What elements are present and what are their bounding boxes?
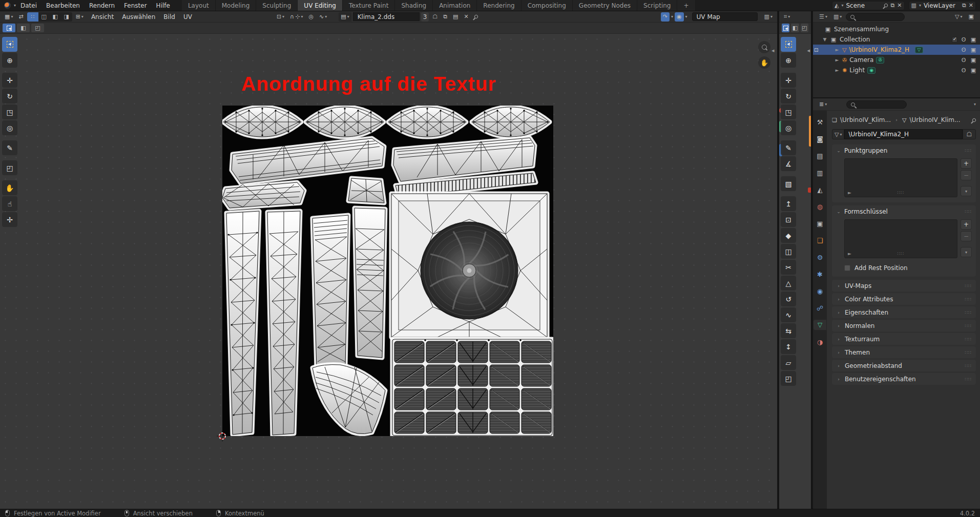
remove-button[interactable]: − (961, 231, 972, 241)
fake-user-toggle[interactable]: ☖ (430, 12, 440, 22)
collapsed-panel[interactable]: › Normalen ∷∷ (832, 320, 976, 332)
tool-button[interactable]: ↺ (781, 292, 796, 306)
eye-icon[interactable]: ʘ (960, 47, 967, 53)
open-image-button[interactable]: ▤ (451, 12, 460, 22)
add-button[interactable]: + (961, 158, 972, 169)
properties-tab[interactable]: ▥ (814, 168, 826, 178)
new-image-button[interactable]: ⧉ (441, 12, 449, 22)
render-toggle-icon[interactable]: ▣ (970, 47, 977, 53)
properties-search[interactable] (846, 100, 907, 109)
properties-tab[interactable]: ✱ (814, 269, 826, 279)
render-toggle-icon[interactable]: ▣ (970, 57, 977, 64)
tool-button[interactable]: ⊕ (2, 53, 17, 68)
tool-button[interactable]: ▧ (781, 176, 796, 191)
properties-tab[interactable]: ▽ (814, 320, 826, 330)
uv-select-island-button[interactable]: ◨ (61, 12, 72, 22)
tool-button[interactable]: ✎ (2, 140, 17, 155)
select-mode-subtract-button[interactable]: ◰ (31, 24, 44, 32)
panel-grip[interactable]: ∷∷ (965, 209, 972, 214)
properties-tab[interactable]: ◭ (814, 184, 826, 195)
tool-button[interactable]: ▱ (781, 355, 796, 370)
uv-select-face-button[interactable]: ◧ (50, 12, 61, 22)
add-button[interactable]: + (961, 219, 972, 230)
scene-selector[interactable]: ◭ ▾ Scene ⧉ ✕ (832, 1, 905, 10)
viewlayer-name[interactable]: ViewLayer (924, 2, 960, 9)
tool-button[interactable]: ◎ (781, 120, 796, 135)
eye-icon[interactable]: ʘ (960, 36, 967, 43)
select-mode-extend-button[interactable]: ◧ (791, 24, 799, 32)
shape-keys-list[interactable]: ► ∷∷ (844, 219, 957, 258)
scene-name[interactable]: Scene (846, 2, 882, 9)
collapsed-panel[interactable]: › UV-Maps ∷∷ (832, 280, 976, 292)
disclosure-triangle-icon[interactable]: ► (835, 68, 840, 73)
properties-tab[interactable]: ⚒ (814, 117, 826, 127)
zoom-gizmo[interactable] (758, 41, 770, 53)
vertex-groups-list[interactable]: ► ∷∷ (844, 158, 957, 197)
tool-button[interactable]: ⊕ (781, 53, 796, 68)
outliner-row-light[interactable]: ► ✺ Light ◉ ʘ ▣ (813, 65, 980, 75)
filter-dropdown[interactable]: ▽▾ (953, 12, 964, 22)
collapsed-panel[interactable]: › Geometrieabstand ∷∷ (832, 360, 976, 371)
workspace-tab[interactable]: Sculpting (256, 0, 298, 11)
tool-button[interactable] (781, 37, 796, 52)
workspace-tab[interactable]: + (677, 0, 695, 11)
workspace-tab[interactable]: Compositing (522, 0, 573, 11)
tool-button[interactable]: △ (781, 276, 796, 291)
topbar-menu-item[interactable]: Fenster (119, 0, 152, 11)
tool-button[interactable]: ◎ (2, 120, 17, 135)
workspace-tab[interactable]: Shading (395, 0, 433, 11)
topbar-menu-item[interactable]: Datei (16, 0, 41, 11)
pin-icon[interactable] (473, 14, 478, 19)
outliner-row-collection[interactable]: ▼ ▣ Collection ʘ ▣ (813, 34, 980, 45)
outliner-row-scene-collection[interactable]: ▣ Szenensammlung (813, 24, 980, 34)
tool-button[interactable]: ↻ (781, 89, 796, 104)
tool-button[interactable]: ✎ (781, 140, 796, 155)
copy-icon[interactable]: ⧉ (890, 3, 894, 8)
editor-type-button[interactable]: ⌗ ▾ (782, 12, 792, 22)
tool-button[interactable]: ☝ (2, 196, 17, 211)
properties-tab[interactable]: ⚙ (814, 252, 826, 262)
eye-icon[interactable]: ʘ (960, 57, 967, 64)
panel-grip[interactable]: ∷∷ (965, 350, 972, 355)
list-resize-grip[interactable]: ∷∷ (898, 251, 904, 256)
properties-tab[interactable]: ◉ (814, 286, 826, 296)
select-mode-new-button[interactable] (782, 24, 789, 32)
image-users-button[interactable]: 3 (421, 12, 429, 22)
uv-menu-item[interactable]: Ansicht (87, 11, 118, 22)
tool-button[interactable]: ◰ (781, 371, 796, 386)
viewport-canvas[interactable]: ⊕✛↻◳◎✎∡▧↥⊡◆◫✂△↺∿⇆↕▱◰ ◂ (779, 34, 811, 509)
panel-grip[interactable]: ∷∷ (965, 148, 972, 153)
breadcrumb-data[interactable]: \UrbinoIV_Klim... (909, 116, 960, 123)
falloff-dropdown[interactable]: ∿▾ (317, 12, 329, 22)
pan-hand-gizmo[interactable]: ✋ (758, 56, 770, 69)
eye-icon[interactable]: ʘ (960, 67, 967, 74)
workspace-tab[interactable]: Modeling (216, 0, 257, 11)
workspace-tab[interactable]: Layout (182, 0, 216, 11)
cursor-2d[interactable] (217, 430, 228, 442)
tool-button[interactable]: ⇆ (781, 323, 796, 338)
collapsed-panel[interactable]: › Color Attributes ∷∷ (832, 293, 976, 305)
datablock-name-field[interactable]: \UrbinoIV_Klima2_H (844, 129, 963, 139)
uv-canvas[interactable]: ⊕✛↻◳◎✎◰✋☝✢ Anordnung auf die Textur .hal… (0, 34, 777, 509)
tool-button[interactable]: ✛ (781, 73, 796, 88)
tool-button[interactable]: ✢ (2, 212, 17, 227)
tool-button[interactable]: ⊡ (781, 212, 796, 227)
select-mode-new-button[interactable] (3, 24, 15, 32)
outliner-row-camera[interactable]: ► ✇ Camera ✇ ʘ ▣ (813, 55, 980, 65)
breadcrumb-object[interactable]: \UrbinoIV_Klim... (840, 116, 891, 123)
light-data-icon[interactable]: ◉ (867, 67, 875, 74)
render-toggle-icon[interactable]: ▣ (970, 67, 977, 74)
properties-tab[interactable]: ▣ (814, 218, 826, 229)
tool-button[interactable]: ◳ (781, 105, 796, 119)
image-name-field[interactable]: Klima_2.dds (353, 12, 420, 21)
tool-button[interactable]: ◳ (2, 105, 17, 119)
uv-sync-selection-toggle[interactable]: ⇄ (16, 12, 25, 22)
editor-type-button[interactable]: ≣▾ (817, 100, 829, 109)
uv-menu-item[interactable]: Auswählen (118, 11, 159, 22)
uv-menu-item[interactable]: UV (179, 11, 196, 22)
panel-grip[interactable]: ∷∷ (965, 377, 972, 382)
gizmo-toggle[interactable]: ↷ (661, 12, 670, 22)
mesh-datablock-dropdown[interactable]: ▽▾ (832, 129, 844, 139)
tool-button[interactable]: ◰ (2, 160, 17, 175)
tool-button[interactable] (2, 37, 17, 52)
